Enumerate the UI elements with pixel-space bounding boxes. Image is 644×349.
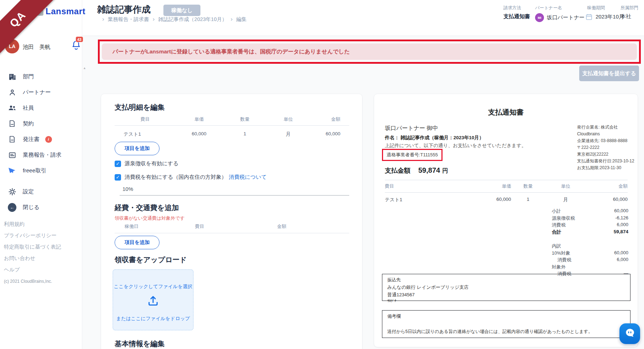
sidebar-item-label: 設定 [23,188,34,196]
doc-intro: 上記件について、以下の通り、お支払いをさせていただきます。 [385,142,526,149]
sidebar-item-employees[interactable]: 社員 [0,101,82,115]
status-badge: 稼働なし [163,5,200,16]
breadcrumb: 業務報告・請求書 雑誌記事作成（2023年10月） 編集 [99,16,246,23]
payment-notice-preview-card: 支払通知書 坂口パートナー 御中 件名： 雑誌記事作成（稼働月：2023年10月… [374,94,638,347]
add-expense-button[interactable]: 項目を追加 [115,236,159,249]
expense-section-title: 経費・交通費を追加 [115,203,179,213]
withholding-checkbox[interactable] [115,161,121,167]
withholding-row: 源泉徴収税-6,126 [552,215,628,222]
tax-rate-input[interactable]: 10% [120,186,349,196]
subtotal-label: 小計 [552,208,561,215]
tax-about-link[interactable]: 消費税について [229,174,267,181]
chat-launcher-button[interactable] [619,323,640,344]
sidebar-item-partners[interactable]: パートナー [0,85,82,99]
sidebar-item-label: パートナー [23,89,51,96]
period-text: 2023年10月 [596,14,624,20]
sidebar-item-purchase-orders[interactable]: 発注書 i [0,132,82,146]
sidebar-item-contracts[interactable]: 契約 [0,116,82,131]
notification-count-badge: 43 [75,36,83,42]
breakdown-tax-row: 消費税6,000 [552,257,628,264]
col-unit-price: 単価 [176,116,222,123]
sidebar-item-label: 発注書 [23,136,40,143]
document-icon [8,119,16,128]
payment-amount-label: 支払金額 [385,166,410,175]
col-unit: 単位 [267,116,309,123]
table-row[interactable]: テスト1 60,000 1 月 60,000 [115,126,349,141]
remarks-box: 備考欄 送付から5日以内に誤りのある旨の連絡がない場合には、記載内容の通り確認が… [382,310,630,338]
col-amount: 金額 [309,116,349,123]
period-value: 2023年10月 [585,13,624,21]
qa-ribbon-label: QA [7,9,28,30]
cell-item: テスト1 [115,131,176,137]
subtotal-value: 60,000 [614,208,628,215]
submit-payment-notice-button[interactable]: 支払通知書を提出する [579,66,639,81]
qa-annotation-rect: パートナーがLansmartに登録している適格事業者番号は、国税庁のデータにあり… [98,40,641,64]
footer-link-help[interactable]: ヘルプ [4,266,20,273]
sidebar-item-reports-invoices[interactable]: 業務報告・請求 [0,148,82,162]
partner-avatar: MI [535,13,544,22]
breakdown-label: 消費税 [557,257,571,264]
col-unit-price: 単価 [467,183,511,189]
footer-link-privacy[interactable]: プライバシーポリシー [4,232,57,239]
building-icon [8,72,16,81]
col-item: 費目 [185,223,267,230]
doc-recipient: 坂口パートナー 御中 [385,125,438,132]
doc-registration-number: 適格事業者番号:T111555 [382,149,443,161]
breakdown-label: 10%対象 [552,250,570,257]
sidebar-item-collapse[interactable]: 閉じる [0,200,82,214]
receipt-dropzone[interactable]: ここをクリックしてファイルを選択 またはここにファイルをドロップ [112,269,194,330]
info-icon: i [45,136,52,143]
gear-icon [8,187,16,196]
chevron-right-icon [231,16,233,23]
error-banner-text: パートナーがLansmartに登録している適格事業者番号は、国税庁のデータにあり… [112,48,350,56]
withholding-value: -6,126 [615,215,628,222]
table-row: テスト1 60,000 1 月 60,000 [385,193,628,207]
tax-value: 6,000 [617,222,628,229]
paper-plane-icon [8,166,16,175]
chevron-right-icon [102,16,104,23]
app-window: Lansmart QA LA 池田 美帆 43 部門 パートナー [0,0,644,349]
footer-link-commerce-law[interactable]: 特定商取引に基づく表記 [4,244,61,250]
remarks-note: 送付から5日以内に誤りのある旨の連絡がない場合には、記載内容の通り確認があったも… [387,329,622,335]
payment-detail-edit-card: 支払明細を編集 費目 単価 数量 単位 金額 テスト1 60,000 1 月 6… [101,94,362,349]
sidebar: Lansmart QA LA 池田 美帆 43 部門 パートナー [0,0,82,349]
col-amount: 金額 [267,223,349,230]
doc-items-table: 費目 単価 数量 単位 金額 テスト1 60,000 1 月 60,000 [385,180,628,207]
col-unit: 単位 [545,183,586,189]
sidebar-item-label: 社員 [23,104,34,112]
tax-checkbox[interactable] [115,174,121,181]
footer-link-terms[interactable]: 利用規約 [4,221,25,228]
breadcrumb-reports[interactable]: 業務報告・請求書 [108,16,149,23]
subtotal-row: 小計60,000 [552,208,628,215]
sidebar-item-label: 業務報告・請求 [23,151,62,159]
total-label: 合計 [552,229,561,236]
breakdown-title: 内訳 [552,243,561,250]
calendar-icon [585,13,593,21]
add-item-button[interactable]: 項目を追加 [115,142,159,155]
bank-transfer-box: 振込先 みんなの銀行 レインボーブリッジ支店 普通1234567 ｻｶｸﾞﾁ [382,274,630,301]
sidebar-item-label: 契約 [23,120,34,127]
doc-table-header: 費目 単価 数量 単位 金額 [385,180,628,193]
scrollbar-up-arrow[interactable] [83,66,87,71]
payment-amount: 支払金額 59,874 円 [385,166,448,175]
breakdown-title-row: 内訳 [552,243,628,250]
page-title: 雑誌記事作成 [97,4,151,15]
expense-table-header: 稼働日 費目 金額 [115,223,349,233]
cell-unit: 月 [267,131,309,137]
partner-name-label: パートナー名 [535,5,562,11]
user-name: 池田 美帆 [23,43,51,51]
footer-link-contact[interactable]: お問い合わせ [4,255,35,262]
col-item: 費目 [115,116,176,123]
sidebar-item-departments[interactable]: 部門 [0,69,82,84]
breadcrumb-project[interactable]: 雑誌記事作成（2023年10月） [158,16,227,23]
issuer-zip: 〒222-2222 [577,144,636,151]
billing-method-value: 支払通知書 [503,13,530,20]
sidebar-item-freee[interactable]: freee取引 [0,163,82,178]
upload-section-title: 領収書をアップロード [115,255,187,265]
sidebar-item-settings[interactable]: 設定 [0,184,82,199]
expense-note: 領収書がない交通費は対象外です [115,215,185,222]
issuer-company: 発行企業名: 株式会社Cloudbrains [577,124,636,137]
edit-section-title: 支払明細を編集 [115,103,164,112]
col-work-date: 稼働日 [115,223,185,230]
cell-amount: 60,000 [309,131,349,137]
